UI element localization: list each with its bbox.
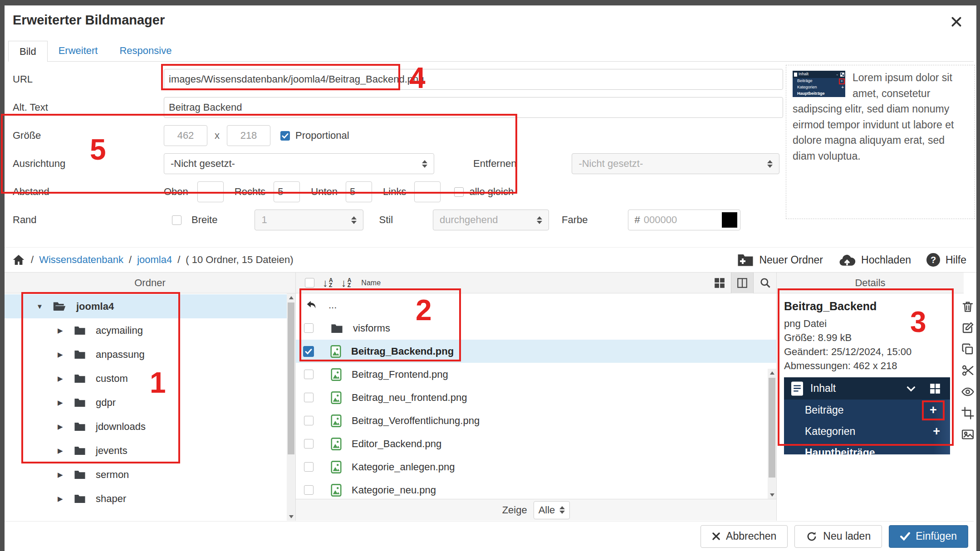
row-checkbox[interactable] [304,323,314,333]
up-directory-row[interactable]: ... [296,293,776,317]
image-file-icon [331,461,342,473]
height-input[interactable] [227,125,270,146]
margin-left-input[interactable] [414,181,441,202]
scroll-down-icon[interactable] [287,512,295,521]
folder-icon [74,398,86,407]
cut-icon[interactable] [961,364,975,377]
home-icon[interactable] [12,254,25,266]
margin-top-label: Oben [164,186,188,198]
list-view-button[interactable] [731,273,754,293]
caret-down-icon[interactable]: ▼ [36,302,46,310]
new-folder-button[interactable]: Neuer Ordner [737,253,823,267]
scroll-down-icon[interactable] [768,491,776,499]
file-row[interactable]: Beitrag_Veroffentlichung.png [296,409,776,432]
border-width-select[interactable]: 1 [255,210,363,230]
size-separator: x [215,130,220,141]
scroll-up-icon[interactable] [287,293,295,302]
scroll-up-icon[interactable] [768,369,776,377]
tree-item-acymailing[interactable]: ▶ acymailing [5,318,287,342]
caret-right-icon[interactable]: ▶ [58,327,68,335]
alt-text-input[interactable] [164,97,783,118]
show-select[interactable]: Alle [534,501,570,519]
file-row-beitrag-backend[interactable]: Beitrag_Backend.png [296,340,776,363]
scrollbar-thumb[interactable] [769,378,775,478]
file-type: png Datei [784,317,959,331]
grid-view-button[interactable] [708,273,731,293]
tree-item-anpassung[interactable]: ▶ anpassung [5,342,287,366]
crop-icon[interactable] [961,406,975,420]
tab-responsive[interactable]: Responsive [108,40,182,61]
margin-top-input[interactable] [197,181,224,202]
breadcrumb-link-joomla4[interactable]: joomla4 [137,254,172,266]
caret-right-icon[interactable]: ▶ [58,447,68,455]
caret-right-icon[interactable]: ▶ [58,375,68,383]
tab-erweitert[interactable]: Erweitert [48,40,109,61]
border-checkbox[interactable] [172,215,181,225]
tree-item-jevents[interactable]: ▶ jevents [5,439,287,463]
file-row[interactable]: Beitrag_Frontend.png [296,363,776,386]
select-all-checkbox[interactable] [305,278,314,288]
image-tools-icon[interactable] [961,428,975,441]
file-row[interactable]: Editor_Backend.png [296,432,776,455]
row-checkbox[interactable] [304,370,314,379]
folders-scrollbar[interactable] [287,293,295,521]
file-row[interactable]: Kategorie_anlegen.png [296,455,776,478]
breadcrumb-link-wissensdatenbank[interactable]: Wissensdatenbank [39,254,123,266]
equal-margins-checkbox[interactable] [454,187,464,197]
sort-asc-icon[interactable]: ↓AZ [323,277,333,289]
copy-icon[interactable] [961,342,975,356]
row-checkbox[interactable] [303,346,314,357]
delete-icon[interactable] [961,300,975,313]
files-panel-header: ↓AZ ↓AZ Name [296,273,776,293]
search-button[interactable] [754,273,776,293]
row-checkbox[interactable] [304,485,314,495]
margin-right-input[interactable] [274,181,300,202]
url-input[interactable] [164,69,783,90]
tab-bild[interactable]: Bild [8,41,48,62]
image-file-icon [331,484,342,497]
align-select[interactable]: -Nicht gesetzt- [164,153,434,174]
view-icon[interactable] [961,385,975,399]
file-modified: Geändert: 25/12/2024, 15:00 [784,345,959,359]
margin-bottom-input[interactable] [346,181,372,202]
tree-item-jdownloads[interactable]: ▶ jdownloads [5,414,287,439]
color-swatch[interactable] [722,212,737,228]
tree-item-sermon[interactable]: ▶ sermon [5,463,287,487]
tree-item-joomla4[interactable]: ▼ joomla4 [5,294,287,318]
row-checkbox[interactable] [304,462,314,472]
upload-button[interactable]: Hochladen [838,253,911,267]
row-checkbox[interactable] [304,393,314,402]
close-icon[interactable] [948,14,965,30]
file-row[interactable]: Beitrag_neu_frontend.png [296,386,776,409]
caret-right-icon[interactable]: ▶ [58,471,68,479]
name-column-header[interactable]: Name [361,279,381,287]
border-style-select[interactable]: durchgehend [433,210,549,230]
row-checkbox[interactable] [304,416,314,425]
scrollbar-thumb[interactable] [288,302,294,454]
caret-right-icon[interactable]: ▶ [58,351,68,359]
caret-right-icon[interactable]: ▶ [58,423,68,431]
reload-button[interactable]: Neu laden [794,525,882,548]
tree-item-gdpr[interactable]: ▶ gdpr [5,390,287,414]
file-row[interactable]: Kategorie_neu.png [296,478,776,499]
border-row: Rand Breite 1 Stil durchgehend Farbe # 0… [13,210,783,230]
clear-styles-select[interactable]: -Nicht gesetzt- [572,153,779,174]
row-checkbox[interactable] [304,439,314,449]
sort-desc-icon[interactable]: ↓AZ [341,277,352,289]
file-actions-toolbar [959,293,976,521]
insert-button[interactable]: Einfügen [889,525,968,548]
tree-item-custom[interactable]: ▶ custom [5,366,287,390]
file-row-visforms[interactable]: visforms [296,317,776,340]
stepper-icon [767,160,773,168]
width-input[interactable] [164,125,207,146]
caret-right-icon[interactable]: ▶ [58,399,68,407]
rename-icon[interactable] [961,321,975,335]
files-scrollbar[interactable] [768,369,776,499]
tree-item-shaper[interactable]: ▶ shaper [5,487,287,511]
help-button[interactable]: ? Hilfe [926,253,966,267]
caret-right-icon[interactable]: ▶ [58,495,68,503]
cancel-button[interactable]: Abbrechen [701,525,788,548]
proportional-checkbox[interactable] [280,131,290,141]
border-color-field[interactable]: # 000000 [628,210,740,230]
margin-row: Abstand Oben Rechts Unten Links alle gle… [13,181,783,202]
